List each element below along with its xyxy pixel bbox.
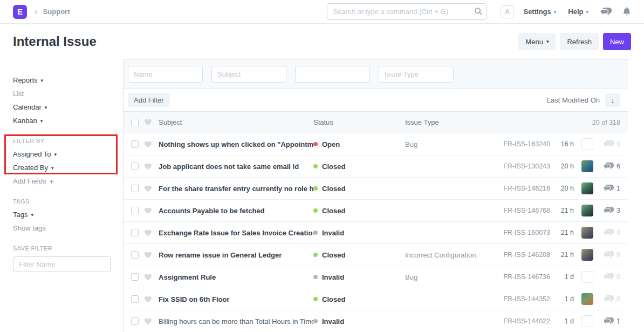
filter-input-subject[interactable] — [211, 66, 286, 83]
assigned-to-label: Assigned To — [13, 150, 51, 158]
status-badge: Invalid — [313, 273, 405, 281]
sidebar-item-kanban[interactable]: Kanban ▾ — [13, 114, 123, 127]
filter-input-status[interactable] — [295, 66, 370, 83]
kanban-label: Kanban — [13, 117, 37, 125]
row-checkbox[interactable] — [131, 295, 139, 303]
issue-subject[interactable]: Job applicant does not take same email i… — [159, 162, 313, 171]
table-row[interactable]: Fix SSID on 6th FloorClosedFR-ISS-144352… — [124, 288, 628, 310]
like-heart-icon[interactable] — [144, 229, 152, 236]
issue-subject[interactable]: Nothing shows up when clicked on "Appoin… — [159, 140, 313, 148]
assignee-avatar-empty[interactable] — [581, 315, 593, 327]
refresh-button[interactable]: Refresh — [560, 33, 599, 50]
assignee-avatar[interactable] — [581, 227, 593, 239]
table-row[interactable]: Billing hours can be more than Total Hou… — [124, 310, 628, 332]
user-avatar[interactable]: A — [501, 5, 513, 18]
row-checkbox[interactable] — [131, 162, 139, 170]
status-label: Invalid — [322, 229, 344, 237]
sidebar-item-calendar[interactable]: Calendar ▾ — [13, 100, 123, 114]
issue-subject[interactable]: Accounts Payable to be fetched — [159, 207, 313, 215]
like-heart-icon[interactable] — [144, 252, 152, 259]
issue-subject[interactable]: Exchange Rate Issue for Sales Invoice Cr… — [159, 229, 313, 237]
row-checkbox[interactable] — [131, 273, 139, 281]
comment-bubbles-icon — [604, 162, 614, 170]
filter-input-name[interactable] — [128, 66, 203, 83]
help-menu[interactable]: Help ▾ — [568, 8, 588, 16]
filter-input-issue-type[interactable] — [379, 66, 454, 83]
notifications-bell-icon[interactable] — [622, 7, 631, 16]
last-modified-time: 1 d — [550, 273, 574, 281]
like-heart-icon[interactable] — [144, 163, 152, 170]
sidebar-item-list[interactable]: List — [13, 87, 123, 100]
like-heart-icon[interactable] — [144, 141, 152, 148]
settings-menu[interactable]: Settings ▾ — [523, 8, 556, 16]
like-filter-icon[interactable] — [144, 119, 152, 126]
row-checkbox[interactable] — [131, 185, 139, 192]
issue-subject[interactable]: Assignment Rule — [159, 273, 313, 281]
app-logo[interactable]: E — [13, 5, 27, 19]
issue-subject[interactable]: Row rename issue in General Ledger — [159, 251, 313, 259]
new-button[interactable]: New — [603, 33, 631, 50]
select-all-checkbox[interactable] — [131, 119, 139, 126]
chevron-down-icon: ▾ — [41, 78, 44, 83]
table-row[interactable]: Nothing shows up when clicked on "Appoin… — [124, 133, 628, 155]
assignee-avatar[interactable] — [581, 249, 593, 261]
chat-icon[interactable] — [600, 8, 612, 16]
table-row[interactable]: Accounts Payable to be fetchedClosedFR-I… — [124, 200, 628, 222]
like-heart-icon[interactable] — [144, 318, 152, 325]
like-heart-icon[interactable] — [144, 274, 152, 281]
save-filter-heading: SAVE FILTER — [13, 244, 123, 252]
row-checkbox[interactable] — [131, 140, 139, 148]
status-badge: Closed — [313, 251, 405, 259]
comment-bubbles-icon — [604, 229, 614, 236]
status-dot-icon — [313, 164, 318, 168]
refresh-button-label: Refresh — [567, 38, 592, 46]
assignee-avatar[interactable] — [581, 182, 593, 194]
issue-type: Bug — [405, 140, 490, 148]
assignee-avatar[interactable] — [581, 160, 593, 172]
table-row[interactable]: Job applicant does not take same email i… — [124, 155, 628, 178]
show-tags-button[interactable]: Show tags — [13, 221, 123, 235]
issue-subject[interactable]: For the share transfer entry currently n… — [159, 185, 313, 193]
table-row[interactable]: Row rename issue in General LedgerClosed… — [124, 244, 628, 266]
issue-type: Incorrect Configuration — [405, 251, 490, 259]
table-row[interactable]: Exchange Rate Issue for Sales Invoice Cr… — [124, 222, 628, 244]
assignee-avatar-empty[interactable] — [581, 271, 593, 283]
help-label: Help — [568, 8, 583, 16]
like-heart-icon[interactable] — [144, 296, 152, 303]
like-heart-icon[interactable] — [144, 207, 152, 214]
filter-created-by[interactable]: Created By ▾ — [13, 161, 123, 174]
tags-dropdown[interactable]: Tags ▾ — [13, 208, 123, 221]
row-checkbox[interactable] — [131, 251, 139, 259]
comment-count-value: 0 — [616, 251, 620, 259]
chevron-down-icon: ▾ — [554, 9, 557, 15]
row-checkbox[interactable] — [131, 229, 139, 236]
status-label: Closed — [322, 295, 345, 303]
assignee-avatar-empty[interactable] — [581, 138, 593, 150]
add-filter-button[interactable]: Add Filter — [128, 93, 170, 107]
status-label: Invalid — [322, 273, 344, 281]
search-input[interactable] — [327, 3, 487, 20]
table-row[interactable]: For the share transfer entry currently n… — [124, 178, 628, 200]
sidebar-item-reports[interactable]: Reports ▾ — [13, 73, 123, 87]
filter-name-input[interactable] — [13, 256, 111, 272]
assignee-avatar[interactable] — [581, 293, 593, 305]
issue-id: FR-ISS-146736 — [490, 273, 550, 281]
like-heart-icon[interactable] — [144, 185, 152, 192]
list-rows: Nothing shows up when clicked on "Appoin… — [124, 133, 628, 332]
issue-subject[interactable]: Fix SSID on 6th Floor — [159, 295, 313, 303]
breadcrumb[interactable]: Support — [43, 8, 70, 16]
sort-selector[interactable]: Last Modified On — [547, 96, 600, 104]
assignee-avatar[interactable] — [581, 205, 593, 216]
sort-direction-button[interactable]: ↓ — [605, 93, 620, 107]
status-dot-icon — [313, 275, 318, 279]
row-checkbox[interactable] — [131, 317, 139, 325]
chevron-down-icon: ▾ — [51, 165, 54, 171]
status-dot-icon — [313, 297, 318, 301]
filter-assigned-to[interactable]: Assigned To ▾ — [13, 147, 123, 161]
table-row[interactable]: Assignment RuleInvalidBugFR-ISS-1467361 … — [124, 266, 628, 288]
comment-count: 0 — [593, 295, 620, 303]
row-checkbox[interactable] — [131, 207, 139, 214]
add-fields-button[interactable]: Add Fields + — [13, 174, 123, 188]
menu-button[interactable]: Menu ▾ — [518, 33, 556, 50]
issue-subject[interactable]: Billing hours can be more than Total Hou… — [159, 317, 313, 326]
